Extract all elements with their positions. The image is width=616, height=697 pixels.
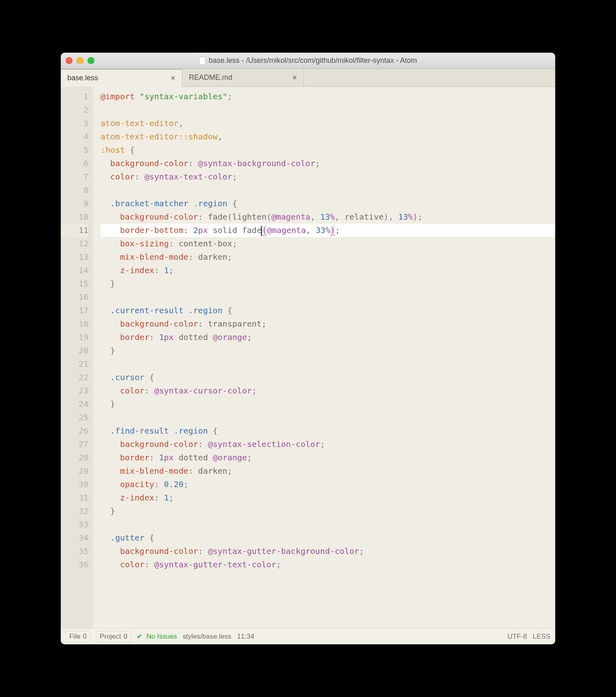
status-issues[interactable]: No Issues <box>137 632 177 641</box>
code-line[interactable]: border: 1px dotted @orange; <box>101 451 555 464</box>
line-number[interactable]: 23 <box>61 384 88 398</box>
line-number[interactable]: 27 <box>61 438 88 451</box>
status-cursor-position[interactable]: 11:34 <box>237 633 255 641</box>
code-line[interactable]: mix-blend-mode: darken; <box>101 250 555 264</box>
code-line[interactable]: background-color: transparent; <box>101 317 555 331</box>
code-line[interactable] <box>101 184 555 197</box>
code-line[interactable]: } <box>101 505 555 518</box>
code-line[interactable]: background-color: fade(lighten(@magenta,… <box>101 210 555 224</box>
code-area[interactable]: @import "syntax-variables"; atom-text-ed… <box>93 87 555 628</box>
line-number[interactable]: 4 <box>61 130 88 143</box>
line-number[interactable]: 5 <box>61 143 88 157</box>
line-number[interactable]: 21 <box>61 357 88 371</box>
window-title: base.less - /Users/mikol/src/com/github/… <box>61 56 555 65</box>
code-line[interactable] <box>101 357 555 371</box>
status-encoding[interactable]: UTF-8 <box>507 633 527 641</box>
titlebar: base.less - /Users/mikol/src/com/github/… <box>61 53 555 69</box>
code-line[interactable]: color: @syntax-cursor-color; <box>101 384 555 398</box>
text-editor[interactable]: 1234567891011121314151617181920212223242… <box>61 87 555 628</box>
line-number[interactable]: 10 <box>61 210 88 224</box>
code-line[interactable]: } <box>101 398 555 411</box>
code-line[interactable] <box>101 103 555 117</box>
line-number[interactable]: 13 <box>61 250 88 264</box>
status-project-count: 0 <box>124 633 127 641</box>
code-line[interactable]: background-color: @syntax-gutter-backgro… <box>101 545 555 558</box>
line-number[interactable]: 12 <box>61 237 88 250</box>
code-line[interactable]: atom-text-editor::shadow, <box>101 130 555 143</box>
tab-label: README.md <box>189 73 232 82</box>
code-line[interactable]: color: @syntax-gutter-text-color; <box>101 558 555 571</box>
zoom-window-button[interactable] <box>88 57 94 64</box>
line-number[interactable]: 6 <box>61 157 88 170</box>
app-window: base.less - /Users/mikol/src/com/github/… <box>61 53 555 644</box>
traffic-lights <box>66 57 94 64</box>
line-number[interactable]: 8 <box>61 184 88 197</box>
code-line[interactable] <box>101 291 555 304</box>
code-line[interactable]: z-index: 1; <box>101 264 555 277</box>
code-line[interactable]: } <box>101 344 555 357</box>
line-number[interactable]: 9 <box>61 197 88 210</box>
code-line[interactable]: border: 1px dotted @orange; <box>101 331 555 344</box>
line-number[interactable]: 19 <box>61 331 88 344</box>
code-line[interactable]: :host { <box>101 143 555 157</box>
code-line[interactable]: atom-text-editor, <box>101 117 555 130</box>
line-number[interactable]: 32 <box>61 505 88 518</box>
code-line[interactable]: z-index: 1; <box>101 491 555 505</box>
line-number[interactable]: 14 <box>61 264 88 277</box>
status-file-path[interactable]: styles/base.less <box>183 633 231 641</box>
line-number[interactable]: 16 <box>61 291 88 304</box>
line-number[interactable]: 18 <box>61 317 88 331</box>
line-number[interactable]: 7 <box>61 170 88 184</box>
line-number-gutter: 1234567891011121314151617181920212223242… <box>61 87 93 628</box>
line-number[interactable]: 29 <box>61 464 88 478</box>
line-number[interactable]: 22 <box>61 371 88 384</box>
status-project-linter[interactable]: Project 0 <box>96 631 131 642</box>
line-number[interactable]: 11 <box>61 224 88 237</box>
code-line[interactable]: background-color: @syntax-selection-colo… <box>101 438 555 451</box>
line-number[interactable]: 35 <box>61 545 88 558</box>
tab-label: base.less <box>67 74 98 82</box>
close-icon[interactable]: × <box>171 73 175 83</box>
status-bar: File 0 Project 0 No Issues styles/base.l… <box>61 628 555 644</box>
line-number[interactable]: 26 <box>61 424 88 438</box>
code-line[interactable]: .current-result .region { <box>101 304 555 317</box>
code-line[interactable]: opacity: 0.20; <box>101 478 555 491</box>
close-icon[interactable]: × <box>292 73 297 82</box>
line-number[interactable]: 31 <box>61 491 88 505</box>
tab-base-less[interactable]: base.less × <box>61 69 182 87</box>
line-number[interactable]: 24 <box>61 398 88 411</box>
code-line[interactable]: box-sizing: content-box; <box>101 237 555 250</box>
line-number[interactable]: 15 <box>61 277 88 291</box>
line-number[interactable]: 17 <box>61 304 88 317</box>
line-number[interactable]: 28 <box>61 451 88 464</box>
close-window-button[interactable] <box>66 57 73 64</box>
line-number[interactable]: 20 <box>61 344 88 357</box>
code-line[interactable] <box>101 411 555 424</box>
tab-bar: base.less × README.md × <box>61 69 555 87</box>
status-file-label: File <box>69 633 80 641</box>
code-line[interactable]: border-bottom: 2px solid fade(@magenta, … <box>101 224 555 237</box>
code-line[interactable]: background-color: @syntax-background-col… <box>101 157 555 170</box>
code-line[interactable]: } <box>101 277 555 291</box>
code-line[interactable]: mix-blend-mode: darken; <box>101 464 555 478</box>
status-grammar[interactable]: LESS <box>533 633 550 641</box>
line-number[interactable]: 33 <box>61 518 88 531</box>
code-line[interactable]: color: @syntax-text-color; <box>101 170 555 184</box>
line-number[interactable]: 36 <box>61 558 88 571</box>
tab-readme-md[interactable]: README.md × <box>182 69 304 86</box>
line-number[interactable]: 34 <box>61 531 88 545</box>
line-number[interactable]: 25 <box>61 411 88 424</box>
line-number[interactable]: 1 <box>61 90 88 103</box>
code-line[interactable]: .find-result .region { <box>101 424 555 438</box>
code-line[interactable]: .cursor { <box>101 371 555 384</box>
line-number[interactable]: 30 <box>61 478 88 491</box>
code-line[interactable] <box>101 518 555 531</box>
line-number[interactable]: 2 <box>61 103 88 117</box>
line-number[interactable]: 3 <box>61 117 88 130</box>
code-line[interactable]: .gutter { <box>101 531 555 545</box>
code-line[interactable]: .bracket-matcher .region { <box>101 197 555 210</box>
status-file-linter[interactable]: File 0 <box>66 631 90 642</box>
minimize-window-button[interactable] <box>77 57 83 64</box>
file-icon <box>199 57 205 65</box>
code-line[interactable]: @import "syntax-variables"; <box>101 90 555 103</box>
